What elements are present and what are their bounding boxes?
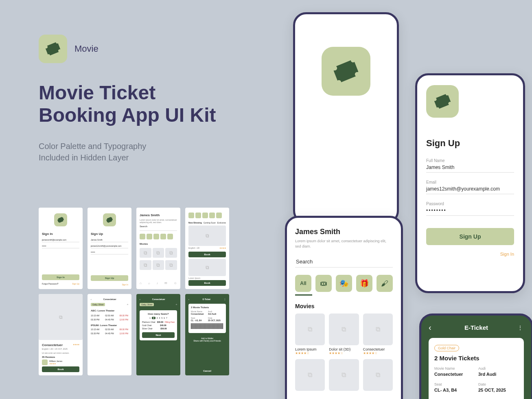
movie-hero[interactable]: ⧉ [188, 259, 226, 276]
signin-link[interactable]: Sign In [91, 283, 128, 286]
signup-button[interactable]: Sign Up [426, 228, 514, 245]
poster-placeholder: ⧉ [329, 359, 359, 391]
cancel-button[interactable]: Cancel [188, 370, 226, 372]
signup-link[interactable]: Sign Up [72, 283, 79, 285]
cat-all[interactable] [140, 234, 145, 239]
showtime[interactable]: 04:45 PM [105, 332, 114, 335]
search-input[interactable] [140, 230, 177, 231]
category-gift-icon[interactable]: 🎁 [356, 275, 372, 292]
search-label: Search [140, 225, 177, 228]
tab-now-showing[interactable]: Now Showing [188, 221, 202, 224]
search-input[interactable]: Search [295, 256, 393, 267]
category-ticket-icon[interactable]: 🎟 [315, 275, 332, 292]
back-icon[interactable]: ‹ [140, 298, 140, 300]
ticket-count: 2 Movie Tickets [191, 306, 223, 309]
cat-icon[interactable] [209, 213, 215, 218]
cat-icon[interactable] [153, 234, 159, 239]
nav-user-icon[interactable]: ☺ [174, 281, 177, 285]
movie-poster[interactable]: ⧉ [165, 248, 177, 258]
cat-icon[interactable] [195, 213, 201, 218]
phone-splash [293, 12, 399, 224]
movie-poster[interactable]: ⧉ [165, 260, 177, 270]
showtime[interactable]: 02:50 AM [105, 328, 114, 331]
tab-exclusive[interactable]: Exclusive [217, 221, 226, 224]
forgot-link[interactable]: Forgot Password? [42, 283, 59, 285]
password-input[interactable]: •••••••• [426, 208, 514, 216]
showtime[interactable]: 04:45 PM [105, 318, 114, 321]
cat-icon[interactable] [167, 234, 173, 239]
category-drama-icon[interactable]: 🎭 [336, 275, 352, 292]
location-chip[interactable]: Gaby, Oliver [140, 303, 154, 306]
book-button[interactable]: Book [188, 252, 226, 257]
share-link[interactable]: Share with Family and Friends [188, 340, 226, 342]
tier-price: $39.99 [157, 321, 163, 323]
showtime[interactable]: 12:00 PM [120, 332, 128, 335]
showtime[interactable]: 08:30 PM [120, 328, 128, 331]
nav-mail-icon[interactable]: ✉ [164, 281, 167, 285]
audi-value: 3rd Audi [478, 372, 518, 377]
category-brush-icon[interactable]: 🖌 [377, 275, 393, 292]
cat-icon[interactable] [160, 234, 166, 239]
showtime[interactable]: 03:30 PM [91, 332, 99, 335]
movie-poster[interactable]: ⧉ [140, 260, 151, 270]
signin-title: Sign In [42, 232, 79, 236]
search-icon[interactable]: ⌕ [176, 303, 177, 306]
more-icon[interactable]: ⋮ [224, 298, 226, 300]
book-button[interactable]: Book [188, 280, 226, 286]
nav-search-icon[interactable]: ⌕ [148, 281, 150, 285]
location-chip[interactable]: Gaby, Oliver [91, 303, 105, 306]
showtime[interactable]: 03:30 PM [91, 318, 99, 321]
movie-title: Consectetuer [42, 343, 63, 347]
movie-card[interactable]: ⧉ [295, 359, 325, 391]
back-icon[interactable]: ‹ [188, 298, 189, 300]
page-title: Consectetuer [152, 298, 165, 300]
signup-button[interactable]: Sign Up [91, 275, 128, 281]
email-input[interactable]: james12smith@yourexample.com [426, 186, 514, 194]
phone-home: James Smith Lorem ipsum dolor sit amet, … [285, 216, 403, 399]
movie-card[interactable]: ⧉ Consectetuer ★★★★☆ [363, 314, 393, 355]
back-icon[interactable]: ‹ [91, 298, 92, 300]
movie-hero[interactable]: ⧉ [188, 226, 226, 246]
search-icon[interactable]: ⌕ [127, 303, 128, 306]
cat-icon[interactable] [216, 213, 222, 218]
seat-count-picker[interactable]: 1234567 [142, 317, 175, 319]
fullname-input[interactable]: James Smith [426, 164, 514, 173]
showtime[interactable]: 12:00 PM [120, 318, 128, 321]
book-button[interactable]: Book [42, 366, 79, 372]
poster-placeholder: ⧉ [363, 314, 393, 345]
email-field[interactable]: jamessmith@example.com [42, 239, 79, 242]
back-icon[interactable]: ‹ [429, 323, 431, 332]
thumb-signin: Sign In jamessmith@example.com •••••• Si… [39, 208, 83, 289]
email-field[interactable]: james12smith@yourexample.com [91, 245, 128, 248]
showtime[interactable]: 08:30 PM [120, 314, 128, 317]
nav-home-icon[interactable]: ⌂ [140, 281, 142, 285]
movie-poster[interactable]: ⧉ [153, 248, 164, 258]
tab-coming-soon[interactable]: Coming Soon [204, 221, 216, 224]
cat-icon[interactable] [147, 234, 152, 239]
password-field[interactable]: •••••• [91, 251, 128, 254]
showtime[interactable]: 10:15 AM [91, 328, 99, 331]
movie-poster[interactable]: ⧉ [153, 260, 164, 270]
thumb-detail: ⧉ Consectetuer★★★★ English • 2D • 15 OCT… [39, 294, 83, 375]
movie-card[interactable]: ⧉ Lorem Ipsum ★★★★☆ [295, 314, 325, 355]
thumb-showing: Now Showing Coming Soon Exclusive ⧉ Engl… [185, 208, 229, 289]
stars-icon: ★★★★ [73, 343, 79, 347]
category-all[interactable]: All [295, 275, 311, 292]
movie-card[interactable]: ⧉ Dolor sit (3D) ★★★★☆ [329, 314, 359, 355]
movie-card[interactable]: ⧉ [363, 359, 393, 391]
cat-icon[interactable] [202, 213, 208, 218]
movie-poster[interactable]: ⧉ [140, 248, 151, 258]
signin-button[interactable]: Sign In [42, 274, 79, 280]
page-title: E-Ticket [464, 324, 488, 331]
nav-bell-icon[interactable]: ♪ [156, 281, 158, 285]
showtime[interactable]: 10:15 AM [91, 314, 99, 317]
next-button[interactable]: Next [142, 332, 175, 338]
signin-link[interactable]: Sign In [426, 252, 514, 256]
showtime[interactable]: 02:50 AM [105, 314, 114, 317]
more-icon[interactable]: ⋮ [517, 324, 524, 331]
movie-card[interactable]: ⧉ [329, 359, 359, 391]
password-field[interactable]: •••••• [42, 245, 79, 248]
headline: Movie Ticket Booking App UI Kit [39, 81, 216, 126]
name-field[interactable]: James Smith [91, 239, 128, 242]
cat-icon[interactable] [188, 213, 194, 218]
